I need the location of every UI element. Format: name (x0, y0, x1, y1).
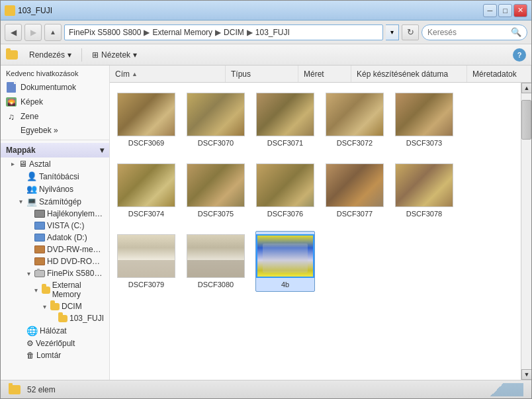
thumb-img-4b (256, 234, 314, 278)
tipus-label: Típus (231, 69, 251, 79)
rendezés-dropdown-arrow: ▾ (67, 50, 71, 60)
tree-item-vezerlop[interactable]: ⚙ Vezérlőpult (1, 337, 109, 349)
tree-item-szamitogep[interactable]: ▾ 💻 Számítógép (1, 195, 109, 208)
thumb-label-dscf3074: DSCF3074 (128, 210, 164, 218)
thumb-item-dscf3080[interactable]: DSCF3080 (186, 231, 245, 292)
help-button[interactable]: ? (513, 48, 526, 62)
maximize-button[interactable]: □ (498, 4, 512, 17)
thumb-item-dscf3078[interactable]: DSCF3078 (394, 160, 454, 221)
tree-item-halozat[interactable]: 🌐 Hálózat (1, 324, 109, 337)
search-input[interactable] (427, 28, 508, 37)
thumb-label-dscf3080: DSCF3080 (198, 281, 234, 288)
tree-item-extmemory[interactable]: ▾ External Memory (1, 279, 109, 300)
music-icon: ♫ (6, 111, 17, 122)
scroll-down-button[interactable]: ▼ (521, 369, 531, 380)
thumb-item-dscf3074[interactable]: DSCF3074 (116, 160, 176, 221)
vista-label: VISTA (C:) (47, 221, 84, 230)
folders-section-header[interactable]: Mappák ▾ (1, 143, 109, 157)
thumb-img-dscf3071 (256, 93, 314, 136)
thumb-img-dscf3076 (256, 163, 314, 207)
thumb-item-dscf3071[interactable]: DSCF3071 (255, 89, 315, 150)
thumb-label-dscf3073: DSCF3073 (406, 139, 442, 147)
thumb-item-dscf3070[interactable]: DSCF3070 (186, 89, 245, 150)
thumb-label-dscf3075: DSCF3075 (198, 210, 234, 218)
thumb-item-dscf3072[interactable]: DSCF3072 (325, 89, 384, 150)
scroll-up-button[interactable]: ▲ (521, 83, 531, 93)
col-header-cim[interactable]: Cím ▲ (110, 66, 226, 82)
path-dropdown-button[interactable]: ▾ (386, 24, 399, 40)
col-header-meta[interactable]: Méretadatok (467, 66, 531, 82)
floppy-icon (34, 210, 45, 218)
col-header-tipus[interactable]: Típus (226, 66, 298, 82)
tree-item-hddvd[interactable]: HD DVD-ROM-meg… (1, 255, 109, 267)
network-icon: 🌐 (26, 326, 38, 336)
main-content: Kedvenc hivatkozások Dokumentumok 🌄 Képe… (1, 66, 531, 380)
tree-item-floppy[interactable]: Hajlékonylemezes m… (1, 208, 109, 220)
sidebar-item-egyebek[interactable]: Egyebek » (1, 124, 109, 137)
tree-item-asztal[interactable]: ▸ 🖥 Asztal (1, 157, 109, 170)
thumb-item-dscf3073[interactable]: DSCF3073 (394, 89, 454, 150)
pictures-label: Képek (21, 97, 43, 107)
path-text: FinePix S5800 S800 ▶ External Memory ▶ D… (69, 28, 290, 37)
asztal-expand-icon: ▸ (9, 160, 17, 167)
egyebek-label: Egyebek » (6, 126, 58, 135)
cim-label: Cím (115, 69, 130, 79)
nézetek-button[interactable]: ⊞ Nézetek ▾ (85, 46, 144, 64)
col-header-datum[interactable]: Kép készítésének dátuma (351, 66, 467, 82)
thumb-label-dscf3070: DSCF3070 (198, 139, 234, 147)
control-icon: ⚙ (26, 339, 34, 348)
tree-item-lomtar[interactable]: 🗑 Lomtár (1, 349, 109, 361)
thumb-label-dscf3078: DSCF3078 (406, 210, 442, 218)
close-button[interactable]: ✕ (513, 4, 527, 17)
toolbar: Rendezés ▾ ⊞ Nézetek ▾ ? (1, 44, 531, 66)
scroll-track[interactable] (521, 93, 531, 369)
tree-item-tanitobacsi[interactable]: 👤 Tanítóbácsi (1, 170, 109, 183)
up-button[interactable]: ▲ (44, 24, 62, 41)
folders-collapse-arrow: ▾ (100, 146, 104, 155)
thumb-item-4b[interactable]: 4b (255, 231, 315, 292)
tree-item-vista[interactable]: VISTA (C:) (1, 220, 109, 232)
nézetek-dropdown-arrow: ▾ (133, 50, 137, 60)
address-path[interactable]: FinePix S5800 S800 ▶ External Memory ▶ D… (64, 24, 383, 40)
tree-item-103fuji[interactable]: 103_FUJI (1, 312, 109, 324)
thumb-label-dscf3069: DSCF3069 (128, 139, 164, 147)
thumb-item-dscf3077[interactable]: DSCF3077 (325, 160, 384, 221)
halozat-label: Hálózat (40, 326, 67, 335)
search-icon: 🔍 (511, 27, 521, 37)
sidebar-item-zene[interactable]: ♫ Zene (1, 109, 109, 124)
col-header-meret[interactable]: Méret (298, 66, 351, 82)
adatok-label: Adatok (D:) (47, 233, 87, 242)
refresh-button[interactable]: ↻ (402, 24, 419, 40)
minimize-button[interactable]: ─ (483, 4, 497, 17)
column-headers: Cím ▲ Típus Méret Kép készítésének dátum… (110, 66, 531, 83)
thumb-item-dscf3075[interactable]: DSCF3075 (186, 160, 245, 221)
tree-item-nyilvanos[interactable]: 👥 Nyilvános (1, 183, 109, 195)
docs-icon (6, 82, 17, 93)
thumb-item-dscf3076[interactable]: DSCF3076 (255, 160, 315, 221)
window-title: 103_FUJI (18, 6, 52, 15)
sidebar-item-dokumentumok[interactable]: Dokumentumok (1, 80, 109, 95)
fuji-folder-icon (58, 315, 67, 322)
path-seg-2: External Memory (152, 28, 212, 37)
thumb-label-dscf3077: DSCF3077 (337, 210, 373, 218)
szamitogep-label: Számítógép (39, 197, 81, 206)
sidebar-item-kepek[interactable]: 🌄 Képek (1, 95, 109, 109)
tree-item-dcim[interactable]: ▾ DCIM (1, 300, 109, 312)
thumb-item-dscf3069[interactable]: DSCF3069 (116, 89, 176, 150)
rendezés-button[interactable]: Rendezés ▾ (22, 46, 79, 64)
tree-item-adatok[interactable]: Adatok (D:) (1, 232, 109, 244)
sidebar-divider-1 (1, 140, 109, 140)
path-seg-4: 103_FUJI (255, 28, 290, 37)
scroll-thumb[interactable] (521, 100, 531, 140)
forward-button[interactable]: ▶ (24, 24, 42, 41)
tree-item-finepix[interactable]: ▾ FinePix S5800 S800 (1, 267, 109, 279)
vertical-scrollbar[interactable]: ▲ ▼ (521, 83, 531, 380)
thumbnails-area[interactable]: DSCF3069 DSCF3070 DSCF30 (110, 83, 521, 380)
nézetek-icon: ⊞ (92, 50, 99, 60)
back-button[interactable]: ◀ (5, 24, 22, 41)
docs-label: Dokumentumok (21, 83, 76, 92)
statusbar: 52 elem (1, 380, 531, 398)
sidebar-tree[interactable]: ▸ 🖥 Asztal 👤 Tanítóbácsi 👥 Nyilvános ▾ (1, 157, 109, 380)
thumb-item-dscf3079[interactable]: DSCF3079 (116, 231, 176, 292)
tree-item-dvdrw[interactable]: DVD-RW-meghajtó … (1, 244, 109, 255)
